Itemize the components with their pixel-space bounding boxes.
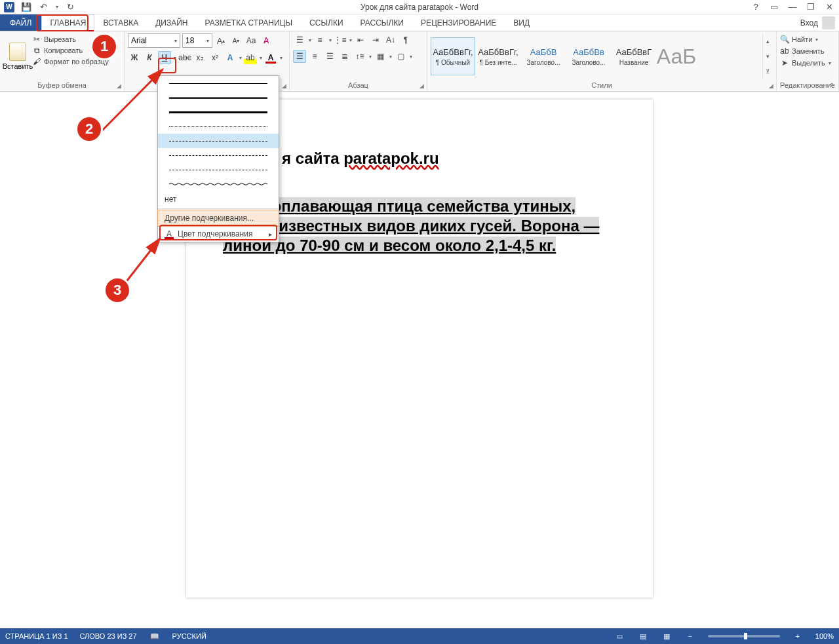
status-words[interactable]: СЛОВО 23 ИЗ 27 <box>80 632 137 640</box>
font-name-combo[interactable]: Arial▾ <box>128 33 180 48</box>
tab-design[interactable]: ДИЗАЙН <box>147 14 196 31</box>
zoom-in-button[interactable]: + <box>792 630 804 642</box>
font-launcher-icon[interactable]: ◢ <box>280 82 288 90</box>
tab-home[interactable]: ГЛАВНАЯ <box>41 14 94 31</box>
close-button[interactable]: ✕ <box>825 3 834 12</box>
show-marks-button[interactable]: ¶ <box>399 33 412 47</box>
style-title[interactable]: АаБбВвГНазвание <box>612 37 656 75</box>
proofing-icon[interactable]: 📖 <box>149 630 161 642</box>
scroll-up-icon[interactable]: ▴ <box>763 33 773 48</box>
underline-dotted[interactable] <box>158 119 279 134</box>
shading-button[interactable]: ▦ <box>374 50 387 63</box>
help-button[interactable]: ? <box>751 3 760 12</box>
change-case-button[interactable]: Aa <box>244 34 258 47</box>
underline-wavy[interactable] <box>158 177 279 191</box>
line-spacing-button[interactable]: ↕≡ <box>353 50 366 63</box>
zoom-slider[interactable] <box>708 635 780 637</box>
justify-button[interactable]: ≣ <box>338 50 351 63</box>
underline-thick[interactable] <box>158 105 279 119</box>
status-language[interactable]: РУССКИЙ <box>172 632 206 640</box>
save-button[interactable]: 💾 <box>21 2 31 12</box>
chevron-down-icon[interactable]: ▾ <box>349 37 352 43</box>
styles-launcher-icon[interactable]: ◢ <box>767 82 775 90</box>
zoom-level[interactable]: 100% <box>815 632 834 640</box>
style-heading1[interactable]: АаБбВЗаголово... <box>521 37 566 75</box>
gallery-expand-icon[interactable]: ⊻ <box>763 64 773 79</box>
sort-button[interactable]: A↓ <box>384 33 397 47</box>
bullets-button[interactable]: ☰ <box>293 33 306 47</box>
underline-color[interactable]: A Цвет подчеркивания ▸ <box>158 226 279 242</box>
select-button[interactable]: ➤Выделить▾ <box>780 58 835 67</box>
underline-double[interactable] <box>158 90 279 105</box>
style-no-spacing[interactable]: АаБбВвГг,¶ Без инте... <box>476 37 520 75</box>
ribbon-display-button[interactable]: ▭ <box>770 3 779 12</box>
style-heading2[interactable]: АаБбВвЗаголово... <box>566 37 611 75</box>
align-right-button[interactable]: ☰ <box>323 50 336 63</box>
clear-formatting-button[interactable]: A̷ <box>260 34 273 47</box>
subscript-button[interactable]: x₂ <box>193 51 206 64</box>
strikethrough-button[interactable]: abc <box>178 51 191 64</box>
tab-insert[interactable]: ВСТАВКА <box>94 14 147 31</box>
document-body[interactable]: — водоплавающая птица семейства утиных, … <box>223 197 599 256</box>
minimize-button[interactable]: — <box>788 3 797 12</box>
collapse-ribbon-button[interactable]: ⌃ <box>827 81 836 90</box>
tab-review[interactable]: РЕЦЕНЗИРОВАНИЕ <box>412 14 505 31</box>
highlight-button[interactable]: ab <box>244 51 257 64</box>
superscript-button[interactable]: x² <box>208 51 222 64</box>
increase-indent-button[interactable]: ⇥ <box>369 33 382 47</box>
scroll-down-icon[interactable]: ▾ <box>763 48 773 64</box>
status-page[interactable]: СТРАНИЦА 1 ИЗ 1 <box>5 632 68 640</box>
align-left-button[interactable]: ☰ <box>293 50 306 63</box>
chevron-down-icon[interactable]: ▾ <box>369 54 372 60</box>
tab-mailings[interactable]: РАССЫЛКИ <box>352 14 412 31</box>
tab-references[interactable]: ССЫЛКИ <box>301 14 351 31</box>
chevron-down-icon[interactable]: ▾ <box>329 37 332 43</box>
web-layout-icon[interactable]: ▦ <box>661 630 673 642</box>
underline-none[interactable]: нет <box>158 191 279 207</box>
numbering-button[interactable]: ≡ <box>313 33 326 47</box>
grow-font-button[interactable]: A▴ <box>214 34 227 47</box>
replace-button[interactable]: abЗаменить <box>780 47 835 56</box>
chevron-down-icon[interactable]: ▾ <box>239 55 242 61</box>
align-center-button[interactable]: ≡ <box>308 50 321 63</box>
restore-button[interactable]: ❐ <box>806 3 815 12</box>
print-layout-icon[interactable]: ▤ <box>637 630 649 642</box>
underline-button[interactable]: Ч <box>158 51 171 64</box>
chevron-down-icon[interactable]: ▾ <box>410 54 412 60</box>
chevron-down-icon[interactable]: ▾ <box>309 37 311 43</box>
style-normal[interactable]: АаБбВвГг,¶ Обычный <box>431 37 475 75</box>
underline-dot-dash[interactable] <box>158 148 279 162</box>
font-color-button[interactable]: A <box>264 51 277 64</box>
underline-single[interactable] <box>158 76 279 90</box>
underline-dropdown-icon[interactable]: ▾ <box>174 55 176 61</box>
login-area[interactable]: Вход <box>800 14 839 31</box>
underline-more[interactable]: Другие подчеркивания... <box>158 210 279 226</box>
italic-button[interactable]: К <box>143 51 156 64</box>
shrink-font-button[interactable]: A▾ <box>229 34 243 47</box>
read-mode-icon[interactable]: ▭ <box>614 630 625 642</box>
tab-layout[interactable]: РАЗМЕТКА СТРАНИЦЫ <box>197 14 302 31</box>
underline-dashed[interactable] <box>158 134 279 148</box>
paste-button[interactable]: Вставить <box>3 33 32 79</box>
redo-button[interactable]: ↻ <box>65 2 75 12</box>
undo-dropdown-icon[interactable]: ▾ <box>56 4 58 10</box>
clipboard-launcher-icon[interactable]: ◢ <box>115 82 123 90</box>
zoom-out-button[interactable]: − <box>684 630 696 642</box>
tab-view[interactable]: ВИД <box>505 14 538 31</box>
zoom-thumb[interactable] <box>744 633 747 639</box>
multilevel-list-button[interactable]: ⋮≡ <box>334 33 347 47</box>
chevron-down-icon[interactable]: ▾ <box>389 54 392 60</box>
chevron-down-icon[interactable]: ▾ <box>260 55 262 61</box>
paragraph-launcher-icon[interactable]: ◢ <box>418 82 425 90</box>
decrease-indent-button[interactable]: ⇤ <box>354 33 367 47</box>
bold-button[interactable]: Ж <box>128 51 141 64</box>
chevron-down-icon[interactable]: ▾ <box>280 55 283 61</box>
undo-button[interactable]: ↶ <box>38 2 49 12</box>
font-size-combo[interactable]: 18▾ <box>182 33 212 48</box>
tab-file[interactable]: ФАЙЛ <box>0 14 41 31</box>
find-button[interactable]: 🔍Найти▾ <box>780 35 835 44</box>
underline-dot-dot-dash[interactable] <box>158 162 279 177</box>
text-effects-button[interactable]: A <box>224 51 237 64</box>
borders-button[interactable]: ▢ <box>394 50 407 63</box>
window-title: Урок для сайта paratapok - Word <box>361 3 478 12</box>
